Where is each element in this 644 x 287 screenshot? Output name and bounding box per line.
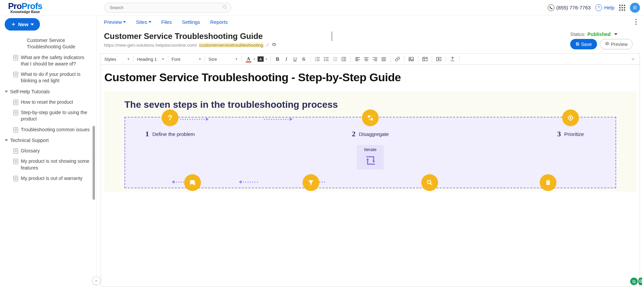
svg-rect-10 — [316, 60, 319, 61]
doc-icon — [13, 148, 18, 154]
strike-button[interactable]: S — [300, 55, 308, 63]
tree-item[interactable]: Glossary — [0, 146, 96, 156]
clipboard-icon — [540, 174, 556, 191]
svg-rect-42 — [381, 61, 386, 61]
tree-group[interactable]: Self-Help Tutorials — [0, 86, 96, 97]
expand-toolbar-button[interactable] — [629, 55, 637, 63]
menu-sites[interactable]: Sites — [136, 19, 151, 25]
doc-icon — [13, 55, 18, 60]
page-title-input[interactable] — [104, 32, 332, 41]
pencil-icon[interactable] — [266, 43, 270, 48]
tree-item[interactable]: My product is out of warranty — [0, 173, 96, 184]
tree-item[interactable]: My product is not showing some features — [0, 156, 96, 173]
bg-color-button[interactable]: A — [257, 55, 265, 63]
svg-point-11 — [324, 57, 325, 58]
align-center-button[interactable] — [362, 55, 370, 63]
svg-point-4 — [606, 43, 608, 44]
link-button[interactable] — [393, 55, 401, 63]
text-color-button[interactable]: A — [245, 55, 253, 63]
table-button[interactable] — [421, 55, 429, 63]
tree-item[interactable]: Step-by-step guide to using the product — [0, 107, 96, 125]
bold-button[interactable]: B — [274, 55, 282, 63]
tree-item[interactable]: Troubleshooting common issues — [0, 125, 96, 135]
svg-rect-32 — [365, 58, 368, 59]
svg-rect-21 — [333, 61, 337, 61]
numbered-list-button[interactable]: 123 — [314, 55, 322, 63]
size-select[interactable]: Size▼ — [208, 55, 238, 63]
outdent-button[interactable] — [331, 55, 339, 63]
indent-button[interactable] — [340, 55, 348, 63]
tree-item[interactable]: Customer Service Troubleshooting Guide — [0, 35, 96, 52]
grammarly-badges[interactable]: G — [630, 278, 642, 285]
kebab-menu[interactable] — [635, 19, 637, 25]
avatar[interactable]: R — [630, 3, 640, 13]
logo-text: ProProfs — [8, 2, 42, 10]
menu-settings[interactable]: Settings — [182, 19, 200, 25]
bullet-list-button[interactable] — [322, 55, 330, 63]
apps-icon[interactable] — [619, 5, 625, 11]
svg-rect-38 — [374, 61, 377, 61]
align-left-button[interactable] — [354, 55, 362, 63]
tree-scrollbar[interactable] — [93, 49, 95, 282]
svg-rect-16 — [325, 60, 328, 61]
align-right-button[interactable] — [371, 55, 379, 63]
page-header: https://new-gen-solutions.helpdocsonline… — [97, 28, 644, 51]
menu-reports[interactable]: Reports — [210, 19, 228, 25]
preview-label: Preview — [611, 42, 628, 47]
magnify-icon — [421, 174, 438, 191]
flow-box: ? 1Define the problem 2Disaggregate — [124, 117, 616, 188]
logo-subtext: Knowledge Base — [10, 10, 40, 14]
italic-button[interactable]: I — [282, 55, 290, 63]
tree-item[interactable]: What to do if your product is blinking a… — [0, 69, 96, 86]
phone-link[interactable]: (855) 776-7763 — [548, 4, 591, 11]
grammarly-icon[interactable]: G — [638, 278, 642, 285]
image-button[interactable] — [407, 55, 415, 63]
doc-heading[interactable]: Customer Service Troubleshooting - Step-… — [104, 71, 636, 84]
svg-rect-63 — [546, 180, 550, 185]
upload-button[interactable] — [448, 55, 457, 63]
chat-icon — [184, 174, 201, 191]
nav-tree[interactable]: Customer Service Troubleshooting Guide W… — [0, 33, 96, 287]
underline-button[interactable]: U — [291, 55, 299, 63]
chevron-down-icon — [5, 91, 8, 93]
new-button[interactable]: ＋ New — [5, 18, 40, 31]
gear-icon[interactable] — [272, 42, 276, 48]
svg-rect-24 — [343, 58, 346, 58]
video-button[interactable] — [435, 55, 443, 63]
collapse-sidebar-button[interactable]: ‹‹ — [92, 276, 101, 285]
tree-group[interactable]: Technical Support — [0, 135, 96, 146]
align-justify-button[interactable] — [380, 55, 388, 63]
iterate-label: Iterate — [358, 147, 382, 152]
url-slug[interactable]: customerservicetroubleshooting — [199, 43, 264, 48]
search-icon — [222, 5, 227, 11]
save-button[interactable]: Save — [570, 39, 597, 49]
svg-rect-12 — [325, 57, 328, 58]
tree-item[interactable]: How to reset the product — [0, 97, 96, 107]
tree-item[interactable]: What are the safety indicators that I sh… — [0, 52, 96, 69]
tree-label: Step-by-step guide to using the product — [21, 109, 93, 123]
search-input[interactable] — [104, 3, 231, 13]
status-value: Published — [587, 32, 610, 37]
grammarly-icon[interactable] — [630, 278, 638, 285]
logo[interactable]: ProProfs Knowledge Base — [8, 2, 42, 14]
phone-icon — [548, 4, 554, 11]
svg-rect-28 — [355, 58, 358, 59]
menu-preview[interactable]: Preview — [104, 19, 126, 25]
page-url-row: https://new-gen-solutions.helpdocsonline… — [104, 42, 564, 48]
styles-select[interactable]: Styles▼ — [104, 55, 130, 63]
svg-rect-39 — [381, 57, 386, 58]
help-icon: ? — [595, 4, 602, 11]
svg-marker-59 — [366, 158, 369, 160]
editor-area[interactable]: Customer Service Troubleshooting - Step-… — [101, 65, 640, 287]
svg-rect-29 — [355, 59, 360, 60]
help-link[interactable]: ? Help — [595, 4, 614, 11]
status-row[interactable]: Status: Published — [570, 32, 617, 37]
search-wrap — [104, 3, 231, 13]
preview-button[interactable]: Preview — [600, 39, 633, 49]
format-select[interactable]: Heading 1▼ — [136, 55, 165, 63]
svg-rect-6 — [316, 57, 319, 58]
menu-files[interactable]: Files — [161, 19, 172, 25]
step: ? 1Define the problem — [140, 117, 200, 138]
font-select[interactable]: Font▼ — [171, 55, 202, 63]
doc-icon — [13, 100, 18, 105]
